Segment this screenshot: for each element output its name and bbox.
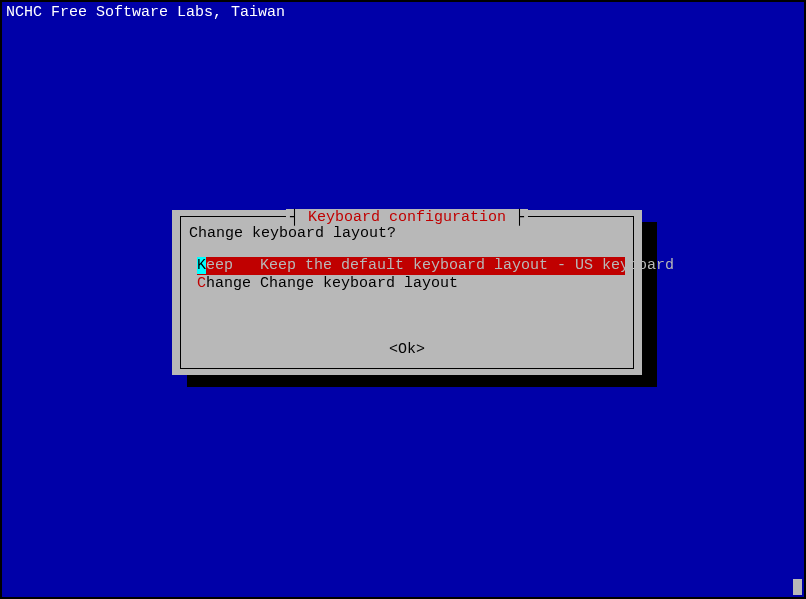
menu-item-hotkey: K (197, 257, 206, 274)
menu-item-hotkey: C (197, 275, 206, 292)
menu-item-padding (251, 275, 260, 292)
menu: Keep Keep the default keyboard layout - … (189, 257, 625, 293)
dialog-prompt: Change keyboard layout? (189, 225, 396, 242)
menu-item-keep[interactable]: Keep Keep the default keyboard layout - … (197, 257, 625, 275)
dialog-title-text: Keyboard configuration (299, 209, 515, 226)
menu-item-desc: Change keyboard layout (260, 275, 458, 292)
menu-item-change[interactable]: Change Change keyboard layout (189, 275, 625, 293)
dialog: ┤ Keyboard configuration ├ Change keyboa… (172, 210, 642, 375)
title-bracket-left: ┤ (290, 209, 299, 226)
cursor-icon (793, 579, 802, 595)
menu-item-padding (233, 257, 260, 274)
dialog-title: ┤ Keyboard configuration ├ (286, 209, 528, 226)
menu-item-restkey: eep (206, 257, 233, 274)
header-title: NCHC Free Software Labs, Taiwan (6, 4, 285, 21)
menu-item-restkey: hange (206, 275, 251, 292)
menu-item-desc: Keep the default keyboard layout - US ke… (260, 257, 674, 274)
dialog-border: ┤ Keyboard configuration ├ Change keyboa… (180, 216, 634, 369)
ok-button[interactable]: <Ok> (389, 341, 425, 358)
title-bracket-right: ├ (515, 209, 524, 226)
